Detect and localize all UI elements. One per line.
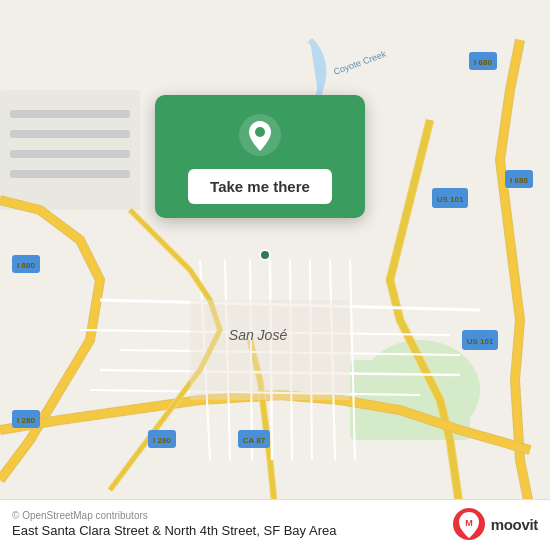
svg-rect-21	[190, 300, 350, 400]
svg-text:I 680: I 680	[474, 58, 492, 67]
svg-point-42	[255, 127, 265, 137]
svg-text:US 101: US 101	[467, 337, 494, 346]
svg-text:CA 87: CA 87	[243, 436, 266, 445]
svg-text:M: M	[465, 518, 473, 528]
moovit-brand-name: moovit	[491, 516, 538, 533]
moovit-brand-icon: M	[453, 508, 485, 540]
svg-rect-5	[10, 130, 130, 138]
map-svg: I 680 I 680 US 101 US 101 I 880 I 280 I …	[0, 0, 550, 550]
bottom-info: © OpenStreetMap contributors East Santa …	[12, 510, 336, 538]
location-name: East Santa Clara Street & North 4th Stre…	[12, 523, 336, 538]
svg-text:San José: San José	[229, 327, 288, 343]
svg-point-40	[260, 250, 270, 260]
take-me-there-button[interactable]: Take me there	[188, 169, 332, 204]
svg-rect-7	[10, 170, 130, 178]
svg-text:I 880: I 880	[17, 261, 35, 270]
svg-rect-4	[10, 110, 130, 118]
svg-text:I 680: I 680	[510, 176, 528, 185]
svg-text:I 280: I 280	[153, 436, 171, 445]
moovit-logo: M moovit	[453, 508, 538, 540]
svg-text:I 280: I 280	[17, 416, 35, 425]
action-card: Take me there	[155, 95, 365, 218]
svg-rect-6	[10, 150, 130, 158]
map-container: I 680 I 680 US 101 US 101 I 880 I 280 I …	[0, 0, 550, 550]
map-attribution: © OpenStreetMap contributors	[12, 510, 336, 521]
svg-text:US 101: US 101	[437, 195, 464, 204]
bottom-bar: © OpenStreetMap contributors East Santa …	[0, 499, 550, 550]
location-pin-icon	[238, 113, 282, 157]
